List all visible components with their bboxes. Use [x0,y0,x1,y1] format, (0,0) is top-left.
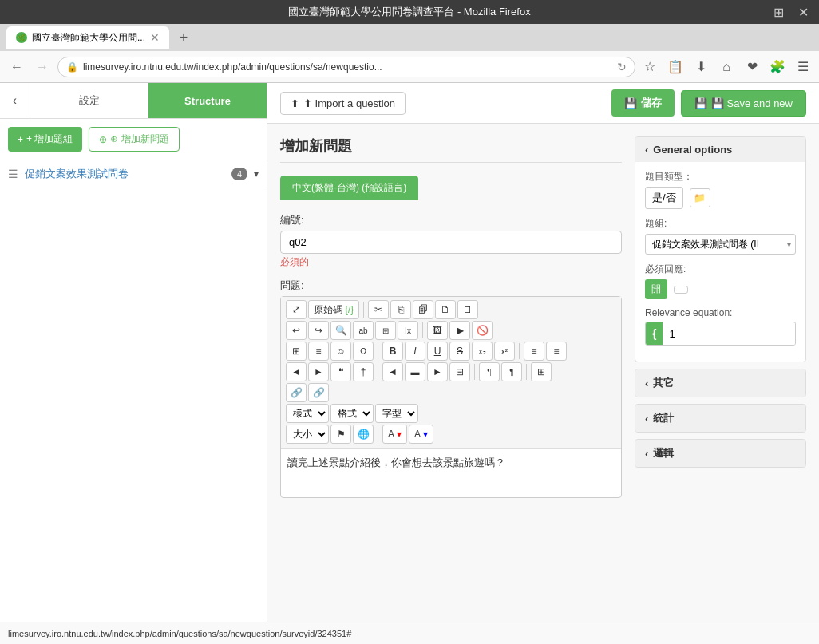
bold-btn[interactable]: B [382,342,403,361]
question-type-button[interactable]: 是/否 [645,187,683,209]
stats-section: ‹ 統計 [635,404,806,433]
select-all-btn[interactable]: ⊞ [375,321,396,340]
font-select[interactable]: 字型 [375,404,418,423]
image-btn[interactable]: 🖼 [427,321,448,340]
smiley-btn[interactable]: ☺ [330,342,351,361]
tab-settings[interactable]: 設定 [30,83,148,118]
question-type-folder-btn[interactable]: 📁 [690,188,710,207]
close-button[interactable]: ✕ [795,4,811,20]
paste-text-btn[interactable]: 🗋 [435,300,456,319]
remove-format-btn[interactable]: Ix [398,321,418,340]
address-url[interactable]: limesurvey.iro.ntnu.edu.tw/index.php/adm… [83,61,612,73]
add-group-button[interactable]: + + 增加題組 [8,127,82,152]
hamburger-icon: ☰ [8,168,18,180]
reader-mode-icon[interactable]: 📋 [666,57,685,77]
format-select[interactable]: 格式 [330,404,374,423]
link-btn[interactable]: 🔗 [286,383,307,402]
paste-btn[interactable]: 🗐 [413,300,433,319]
font-color-btn[interactable]: A ▾ [382,425,407,444]
other-section-header[interactable]: ‹ 其它 [635,369,805,397]
align-right-btn[interactable]: ► [427,362,448,381]
copy-btn[interactable]: ⎘ [390,300,411,319]
ltr-btn[interactable]: ¶ [479,362,500,381]
extensions-icon[interactable]: 🧩 [768,57,787,77]
question-group-select[interactable]: 促銷文案效果測試問卷 (II [645,234,796,255]
paste-word-btn[interactable]: 🗌 [457,300,478,319]
italic-btn[interactable]: I [405,342,425,361]
logic-section-header[interactable]: ‹ 邏輯 [635,440,805,467]
ul-btn[interactable]: ≡ [546,342,567,361]
survey-item-title[interactable]: 促銷文案效果測試問卷 [25,167,225,181]
tab-close-button[interactable]: ✕ [150,31,160,44]
save-and-new-button[interactable]: 💾 💾 Save and new [681,90,806,117]
align-center-btn[interactable]: ▬ [405,362,425,381]
mandatory-off-button[interactable] [674,286,688,294]
media-btn[interactable]: ▶ [449,321,470,340]
source-btn[interactable]: 原始碼 {/} [308,300,359,319]
survey-item-count: 4 [231,168,247,180]
new-tab-button[interactable]: + [172,26,195,49]
fullscreen-btn[interactable]: ⤢ [286,300,307,319]
superscript-btn[interactable]: x² [494,342,515,361]
home-icon[interactable]: ⌂ [717,57,736,77]
back-nav-button[interactable]: ← [6,57,27,77]
cut-btn[interactable]: ✂ [368,300,389,319]
save-button[interactable]: 💾 儲存 [611,89,675,117]
strike-btn[interactable]: S [449,342,470,361]
unlink-btn[interactable]: 🔗 [308,383,329,402]
align-justify-btn[interactable]: ⊟ [449,362,470,381]
blockquote-btn[interactable]: ❝ [330,362,351,381]
stats-chevron-icon: ‹ [645,413,648,425]
bg-color-btn[interactable]: A ▾ [409,425,433,444]
rtl-btn[interactable]: ¶ [501,362,522,381]
code-input[interactable] [280,231,622,254]
question-group-select-wrap: 促銷文案效果測試問卷 (II ▾ [645,234,796,255]
add-question-button[interactable]: ⊕ ⊕ 增加新問題 [89,127,179,152]
reload-button[interactable]: ↻ [617,61,627,73]
underline-btn[interactable]: U [427,342,448,361]
maximize-btn[interactable]: ⊞ [531,362,552,381]
ol-btn[interactable]: ≡ [524,342,544,361]
align-left-btn[interactable]: ◄ [382,362,403,381]
table-btn[interactable]: ⊞ [286,342,307,361]
stats-section-header[interactable]: ‹ 統計 [635,405,805,432]
editor-toolbar-row-6: 樣式 格式 字型 [286,404,616,423]
relevance-input[interactable] [663,323,796,345]
style-select[interactable]: 樣式 [286,404,329,423]
chevron-left-icon: ‹ [645,144,648,156]
redo-btn[interactable]: ↪ [308,321,329,340]
subscript-btn[interactable]: x₂ [472,342,493,361]
grid-icon[interactable]: ⊞ [770,3,787,21]
separator6 [474,364,475,380]
menu-icon[interactable]: ☰ [793,57,813,77]
special-char-btn[interactable]: Ω [353,342,374,361]
flag-btn[interactable]: ⚑ [330,425,351,444]
indent-btn[interactable]: ► [308,362,329,381]
editor-toolbar-row-3: ⊞ ≡ ☺ Ω B I U S x₂ x² [286,342,616,361]
download-icon[interactable]: ⬇ [691,57,710,77]
size-select[interactable]: 大小 [286,425,329,444]
undo-btn[interactable]: ↩ [286,321,307,340]
bookmark-icon[interactable]: ☆ [640,57,659,77]
question-type-control: 是/否 📁 [645,187,796,209]
find-btn[interactable]: 🔍 [330,321,351,340]
active-tab[interactable]: 🌿 國立臺灣師範大學公用問... ✕ [6,26,169,49]
mandatory-on-button[interactable]: 開 [645,279,667,299]
pocket-icon[interactable]: ❤ [742,57,762,77]
divider-btn[interactable]: † [353,362,374,381]
language-btn[interactable]: 🌐 [353,425,374,444]
general-options-header[interactable]: ‹ General options [635,137,805,162]
lang-tab-chinese[interactable]: 中文(繁體-台灣) (預設語言) [280,176,418,200]
replace-btn[interactable]: ab [353,321,374,340]
sidebar-back-button[interactable]: ‹ [0,83,30,118]
tab-structure[interactable]: Structure [148,83,267,118]
import-question-button[interactable]: ⬆ ⬆ Import a question [280,92,406,115]
list-btn[interactable]: ≡ [308,342,329,361]
outdent-btn[interactable]: ◄ [286,362,307,381]
address-input-wrap[interactable]: 🔒 limesurvey.iro.ntnu.edu.tw/index.php/a… [57,57,635,77]
forward-nav-button[interactable]: → [32,57,53,77]
editor-content-area[interactable]: 讀完上述景點介紹後，你會想去該景點旅遊嗎？ [281,449,621,497]
expand-icon[interactable]: ▾ [254,168,259,180]
flash-btn[interactable]: 🚫 [472,321,493,340]
page-title: 增加新問題 [280,136,622,163]
